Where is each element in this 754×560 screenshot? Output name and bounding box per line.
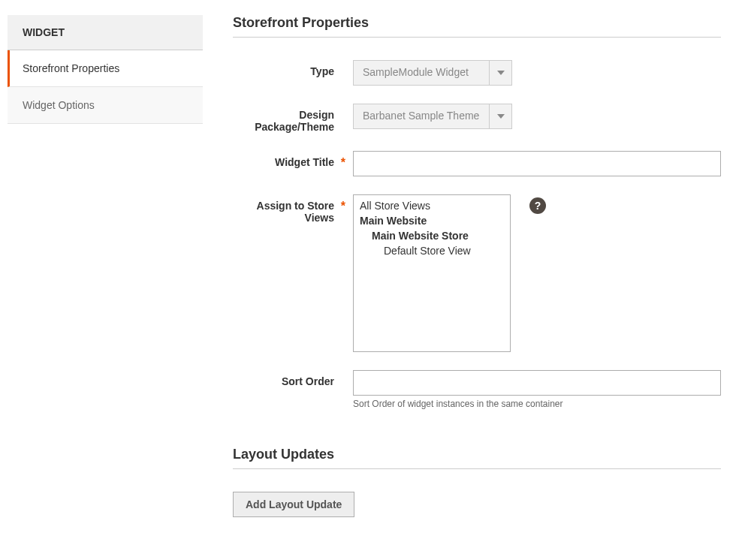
chevron-down-icon: [489, 104, 511, 128]
field-row-theme: Design Package/Theme Barbanet Sample The…: [233, 104, 721, 133]
sidebar-tab-storefront-properties[interactable]: Storefront Properties: [8, 50, 203, 87]
sidebar-tab-label: Widget Options: [23, 99, 95, 111]
field-row-store-views: Assign to Store Views All Store Views Ma…: [233, 194, 721, 352]
store-option-website[interactable]: Main Website: [354, 213, 510, 228]
field-row-type: Type SampleModule Widget: [233, 60, 721, 86]
help-icon[interactable]: ?: [529, 197, 546, 214]
field-row-sort-order: Sort Order Sort Order of widget instance…: [233, 370, 721, 409]
section-title-layout: Layout Updates: [233, 447, 721, 469]
section-title-storefront: Storefront Properties: [233, 15, 721, 38]
chevron-down-icon: [489, 61, 511, 85]
widget-sidebar: WIDGET Storefront Properties Widget Opti…: [8, 15, 203, 517]
theme-select-value: Barbanet Sample Theme: [354, 104, 489, 128]
label-store-views: Assign to Store Views: [233, 194, 353, 224]
type-select-value: SampleModule Widget: [354, 61, 489, 85]
sort-order-note: Sort Order of widget instances in the sa…: [353, 399, 721, 409]
theme-select-disabled: Barbanet Sample Theme: [353, 104, 512, 129]
label-sort-order: Sort Order: [233, 370, 353, 387]
store-option-all[interactable]: All Store Views: [354, 198, 510, 213]
store-views-multiselect[interactable]: All Store Views Main Website Main Websit…: [353, 194, 511, 352]
sidebar-tab-label: Storefront Properties: [23, 62, 119, 74]
label-theme: Design Package/Theme: [233, 104, 353, 133]
widget-title-input[interactable]: [353, 151, 721, 176]
store-option-storeview[interactable]: Default Store View: [354, 243, 510, 258]
sort-order-input[interactable]: [353, 370, 721, 396]
field-row-widget-title: Widget Title: [233, 151, 721, 176]
sidebar-header: WIDGET: [8, 15, 203, 50]
type-select-disabled: SampleModule Widget: [353, 60, 512, 86]
main-content: Storefront Properties Type SampleModule …: [233, 15, 743, 517]
store-option-store[interactable]: Main Website Store: [354, 228, 510, 243]
layout-updates-section: Layout Updates Add Layout Update: [233, 447, 721, 517]
sidebar-tab-widget-options[interactable]: Widget Options: [8, 87, 203, 124]
add-layout-update-button[interactable]: Add Layout Update: [233, 492, 354, 517]
label-widget-title: Widget Title: [233, 151, 353, 168]
label-type: Type: [233, 60, 353, 77]
